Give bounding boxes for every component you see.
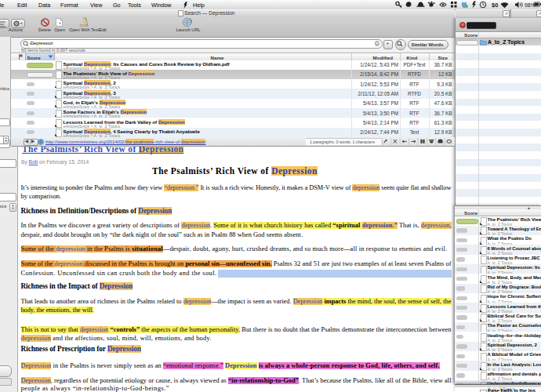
svg-text:$0: $0: [492, 2, 498, 9]
